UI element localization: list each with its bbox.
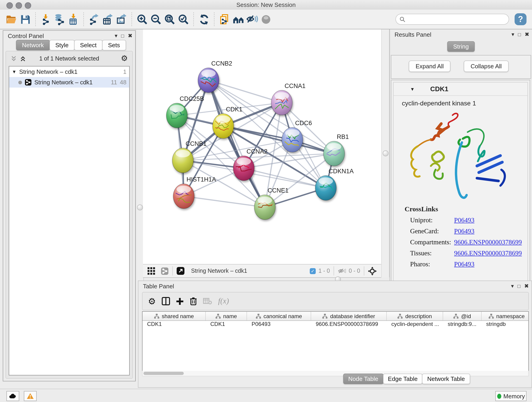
import-network-from-database-button[interactable] <box>53 12 66 27</box>
crosslink-link[interactable]: P06493 <box>454 216 475 224</box>
node-label-CDC6: CDC6 <box>295 120 312 127</box>
export-image-button[interactable] <box>114 12 128 27</box>
save-session-button[interactable] <box>18 12 32 27</box>
column-header-namespace[interactable]: namespace <box>481 312 529 320</box>
node-label-CDK1: CDK1 <box>226 106 242 113</box>
network-node-CDKN1A[interactable] <box>315 176 336 200</box>
open-file-button[interactable] <box>5 12 18 27</box>
tree-expander-icon[interactable]: ▼ <box>12 69 17 74</box>
birdseye-grid-icon[interactable] <box>147 267 155 275</box>
help-button[interactable]: ? <box>515 13 526 25</box>
network-node-CDC6[interactable] <box>282 128 303 152</box>
network-node-CCNB1[interactable] <box>172 148 193 173</box>
left-splitter-handle[interactable] <box>137 204 143 211</box>
export-network-to-file-button[interactable] <box>87 12 101 27</box>
fit-content-icon[interactable] <box>177 267 185 275</box>
table-hscrollbar[interactable] <box>142 371 529 376</box>
zoom-out-button[interactable] <box>149 12 163 27</box>
network-node-CDC25B[interactable] <box>166 103 187 128</box>
tab-edge-table[interactable]: Edge Table <box>383 374 423 384</box>
results-float-icon[interactable]: □ <box>518 32 521 37</box>
function-builder-icon[interactable]: f(x) <box>218 297 229 306</box>
network-row-selected[interactable]: String Network – cdk1 11 48 <box>9 77 129 88</box>
network-node-CCNE1[interactable] <box>254 195 275 220</box>
crosslink-link[interactable]: 9606.ENSP00000378699 <box>454 238 522 246</box>
node-label-RB1: RB1 <box>337 133 349 140</box>
import-network-from-file-button[interactable] <box>39 12 53 27</box>
column-header-name[interactable]: name <box>206 312 247 320</box>
selected-checkbox[interactable]: ✓ <box>310 268 316 274</box>
delete-table-icon[interactable] <box>203 298 212 305</box>
network-node-CCNB2[interactable] <box>198 68 219 93</box>
network-canvas[interactable]: CCNB2CCNA1CDC25BCDK1CDC6RB1CCNB1CCNA2CDK… <box>143 29 381 264</box>
warning-status-button[interactable] <box>24 391 37 401</box>
table-settings-gear-icon[interactable]: ⚙ <box>148 296 156 306</box>
hide-selected-button[interactable] <box>245 12 259 27</box>
refresh-icon <box>198 13 210 25</box>
tab-style[interactable]: Style <box>49 40 75 51</box>
tab-sets[interactable]: Sets <box>102 40 126 51</box>
cdk1-card-header[interactable]: ▼ CDK1 <box>394 83 527 96</box>
pan-crosshair-icon[interactable] <box>368 267 377 275</box>
network-node-RB1[interactable] <box>323 141 345 166</box>
export-table-to-file-button[interactable] <box>101 12 114 27</box>
refresh-button[interactable] <box>197 12 211 27</box>
tab-network-table[interactable]: Network Table <box>422 374 470 384</box>
network-edge-HIST1H1A-CCNE1[interactable] <box>184 196 265 207</box>
tab-select[interactable]: Select <box>74 40 102 51</box>
network-node-CDK1[interactable] <box>213 114 234 138</box>
memory-button[interactable]: Memory <box>495 391 526 401</box>
table-menu-icon[interactable]: ▾ <box>511 283 514 289</box>
node-table[interactable]: shared name name canonical name database… <box>142 311 529 372</box>
panel-float-icon[interactable]: □ <box>121 33 124 38</box>
show-columns-icon[interactable] <box>162 297 170 305</box>
cdk1-expander-icon[interactable]: ▼ <box>410 86 415 91</box>
tab-string[interactable]: String <box>447 41 475 52</box>
network-badge-icon[interactable] <box>161 267 169 275</box>
column-header-shared-name[interactable]: shared name <box>143 312 206 320</box>
cloud-status-button[interactable] <box>6 391 19 401</box>
table-row[interactable]: CDK1CDK1P064939606.ENSP00000378699cyclin… <box>143 321 528 329</box>
delete-column-icon[interactable] <box>190 297 197 305</box>
column-header-canonical-name[interactable]: canonical name <box>247 312 311 320</box>
network-node-CCNA2[interactable] <box>233 156 254 181</box>
hidden-eye-icon[interactable] <box>338 268 346 274</box>
column-header-database-identifier[interactable]: database identifier <box>311 312 387 320</box>
clone-network-button[interactable] <box>218 12 231 27</box>
tab-node-table[interactable]: Node Table <box>343 374 383 384</box>
column-header--id[interactable]: @id <box>443 312 481 320</box>
panel-close-icon[interactable]: ✖ <box>128 32 133 39</box>
crosslink-link[interactable]: 9606.ENSP00000378699 <box>454 249 522 257</box>
show-all-button[interactable] <box>259 12 273 27</box>
tab-network[interactable]: Network <box>16 40 50 51</box>
zoom-selected-button[interactable] <box>177 12 190 27</box>
import-table-from-file-button[interactable] <box>66 12 80 27</box>
crosslink-label: Compartments: <box>410 238 454 246</box>
table-close-icon[interactable]: ✖ <box>524 283 529 289</box>
network-node-HIST1H1A[interactable] <box>173 184 194 209</box>
network-collection-row[interactable]: ▼ String Network – cdk1 1 <box>9 66 129 77</box>
column-header-description[interactable]: description <box>387 312 443 320</box>
network-node-CCNA1[interactable] <box>271 90 292 115</box>
search-box[interactable] <box>395 14 509 25</box>
right-splitter-handle[interactable] <box>383 150 389 156</box>
zoom-fit-button[interactable] <box>163 12 177 27</box>
network-edge-CCNB2-CCNA1[interactable] <box>209 80 282 103</box>
expand-all-button[interactable]: Expand All <box>409 61 451 72</box>
panel-menu-icon[interactable]: ▾ <box>115 32 118 39</box>
table-hscroll-thumb[interactable] <box>143 371 184 375</box>
crosslink-link[interactable]: P06493 <box>454 260 475 268</box>
table-float-icon[interactable]: □ <box>518 283 520 289</box>
results-menu-icon[interactable]: ▾ <box>512 31 514 38</box>
first-neighbors-button[interactable] <box>231 12 245 27</box>
crosslink-link[interactable]: P06493 <box>454 227 475 235</box>
results-close-icon[interactable]: ✖ <box>525 31 529 38</box>
network-edge-CCNB2-CCNE1[interactable] <box>209 80 265 207</box>
search-input[interactable] <box>408 16 509 23</box>
table-tabs: Node TableEdge TableNetwork Table <box>343 374 469 384</box>
network-options-gear-icon[interactable]: ⚙ <box>121 54 128 63</box>
collapse-all-button[interactable]: Collapse All <box>464 61 509 72</box>
right-splitter[interactable] <box>381 29 389 277</box>
add-column-icon[interactable] <box>176 297 184 305</box>
zoom-in-button[interactable] <box>135 12 149 27</box>
